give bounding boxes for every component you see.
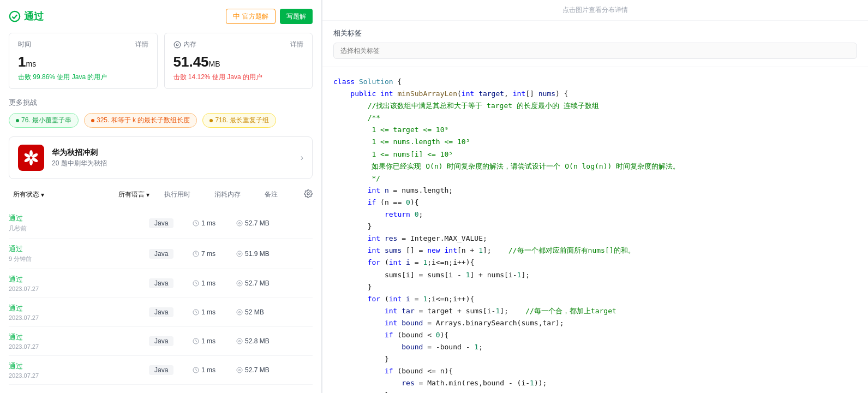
- tags-label: 相关标签: [333, 28, 857, 38]
- submission-runtime: 1 ms: [193, 279, 236, 287]
- table-row: 通过 2023.07.27 Java 1 ms 52.8 MB: [9, 327, 313, 356]
- memory-icon-small: [236, 338, 243, 344]
- submission-runtime: 1 ms: [193, 219, 236, 227]
- submission-memory: 52 MB: [236, 308, 280, 316]
- memory-icon-small: [236, 280, 243, 287]
- svg-point-0: [10, 11, 20, 21]
- right-panel: 点击图片查看分布详情 相关标签 class Solution { public …: [322, 0, 868, 393]
- memory-value: 51.45MB: [173, 53, 304, 70]
- submission-memory: 52.7 MB: [236, 279, 280, 287]
- campaign-sub: 20 题中刷华为秋招: [52, 159, 293, 168]
- stats-row: 时间 详情 1ms 击败 99.86% 使用 Java 的用户 内存 详情 51…: [9, 33, 313, 89]
- challenge-tag-76[interactable]: 76. 最小覆盖子串: [9, 113, 79, 128]
- check-circle-icon: [9, 10, 21, 22]
- submission-time: 2023.07.27: [9, 343, 149, 350]
- code-block: class Solution { public int minSubArrayL…: [322, 67, 868, 393]
- gear-icon: [304, 189, 313, 198]
- code-line: return 0;: [333, 209, 857, 221]
- submission-status: 通过 9 分钟前: [9, 244, 149, 263]
- submission-lang: Java: [149, 336, 193, 346]
- submission-status: 通过 2023.07.27: [9, 303, 149, 321]
- status-text[interactable]: 通过: [9, 303, 149, 313]
- official-solution-button[interactable]: 中 官方题解: [226, 9, 276, 24]
- time-value: 1ms: [18, 53, 148, 70]
- code-line: sums[i] = sums[i - 1] + nums[i-1];: [333, 269, 857, 281]
- code-line: */: [333, 172, 857, 184]
- dot-orange-icon: [91, 119, 94, 122]
- submission-lang: Java: [149, 365, 193, 375]
- memory-col-header: 消耗内存: [214, 190, 258, 199]
- huawei-logo-icon: [22, 149, 40, 166]
- clock-icon-small: [193, 309, 199, 315]
- memory-icon-small: [236, 251, 243, 257]
- svg-point-11: [237, 221, 242, 226]
- code-line: }: [333, 221, 857, 233]
- table-row: 通过 2023.07.27 Java 1 ms 52 MB: [9, 298, 313, 327]
- submission-memory: 52.7 MB: [236, 366, 280, 374]
- memory-detail-link[interactable]: 详情: [290, 40, 303, 49]
- time-detail-link[interactable]: 详情: [135, 40, 148, 49]
- official-icon: 中: [233, 11, 240, 21]
- campaign-title: 华为秋招冲刺: [52, 148, 293, 158]
- svg-point-12: [239, 222, 241, 224]
- challenge-tag-718[interactable]: 718. 最长重复子组: [202, 113, 276, 128]
- submission-lang: Java: [149, 307, 193, 317]
- header-buttons: 中 官方题解 写题解: [226, 9, 313, 24]
- code-line: for (int i = 1;i<=n;i++){: [333, 293, 857, 305]
- status-text[interactable]: 通过: [9, 361, 149, 371]
- code-line: int n = nums.length;: [333, 184, 857, 196]
- svg-point-18: [239, 283, 241, 284]
- tags-input[interactable]: [333, 43, 857, 59]
- status-text[interactable]: 通过: [9, 275, 149, 284]
- table-row: 通过 9 分钟前 Java 7 ms 51.9 MB: [9, 239, 313, 269]
- code-line: if (bound < 0){: [333, 329, 857, 341]
- submission-time: 9 分钟前: [9, 255, 149, 263]
- submission-lang: Java: [149, 218, 193, 228]
- code-line: public int minSubArrayLen(int target, in…: [333, 88, 857, 100]
- status-text[interactable]: 通过: [9, 213, 149, 223]
- code-line: int tar = target + sums[i-1]; //每一个合，都加上…: [333, 305, 857, 317]
- table-row: 通过 几秒前 Java 1 ms 52.7 MB: [9, 208, 313, 239]
- svg-point-17: [237, 281, 242, 286]
- submission-memory: 52.8 MB: [236, 337, 280, 345]
- lang-filter-button[interactable]: 所有语言 ▾: [114, 188, 158, 201]
- submission-runtime: 7 ms: [193, 250, 236, 258]
- svg-point-2: [176, 44, 178, 46]
- challenge-tag-325[interactable]: 325. 和等于 k 的最长子数组长度: [84, 113, 197, 128]
- code-line: //找出该数组中满足其总和大于等于 target 的长度最小的 连续子数组: [333, 100, 857, 112]
- time-stat-card: 时间 详情 1ms 击败 99.86% 使用 Java 的用户: [9, 33, 158, 89]
- code-line: int sums [] = new int[n + 1]; //每一个都对应前面…: [333, 245, 857, 257]
- tags-section: 相关标签: [322, 21, 868, 67]
- code-line: 如果你已经实现 O(n) 时间复杂度的解法，请尝试设计一个 O(n log(n)…: [333, 160, 857, 172]
- memory-label: 内存: [173, 40, 196, 49]
- memory-icon-small: [236, 367, 243, 373]
- svg-point-3: [29, 150, 33, 157]
- status-filter-button[interactable]: 所有状态 ▾: [9, 188, 107, 201]
- more-challenges-title: 更多挑战: [9, 98, 313, 108]
- code-line: 1 <= nums.length <= 10⁵: [333, 136, 857, 148]
- clock-icon-small: [193, 367, 199, 373]
- memory-icon-small: [236, 220, 243, 227]
- status-text[interactable]: 通过: [9, 332, 149, 342]
- code-line: if (bound <= n){: [333, 365, 857, 377]
- distribution-hint[interactable]: 点击图片查看分布详情: [322, 0, 868, 21]
- pass-badge: 通过: [9, 10, 44, 23]
- time-beat: 击败 99.86% 使用 Java 的用户: [18, 73, 148, 82]
- campaign-arrow-icon: ›: [301, 153, 303, 163]
- campaign-card[interactable]: 华为秋招冲刺 20 题中刷华为秋招 ›: [9, 136, 313, 179]
- clock-icon-small: [193, 280, 199, 287]
- clock-icon-small: [193, 220, 199, 227]
- code-line: 1 <= target <= 10⁹: [333, 124, 857, 136]
- dot-yellow-icon: [209, 119, 213, 122]
- status-text[interactable]: 通过: [9, 244, 149, 254]
- chevron-down-icon: ▾: [41, 191, 44, 199]
- result-header: 通过 中 官方题解 写题解: [9, 9, 313, 24]
- settings-button[interactable]: [304, 189, 313, 200]
- write-solution-button[interactable]: 写题解: [280, 9, 313, 24]
- memory-beat: 击败 14.12% 使用 Java 的用户: [173, 73, 304, 82]
- code-line: int res = Integer.MAX_VALUE;: [333, 233, 857, 245]
- submission-lang: Java: [149, 278, 193, 288]
- submission-time: 2023.07.27: [9, 314, 149, 321]
- code-line: }: [333, 281, 857, 293]
- svg-point-6: [29, 159, 33, 165]
